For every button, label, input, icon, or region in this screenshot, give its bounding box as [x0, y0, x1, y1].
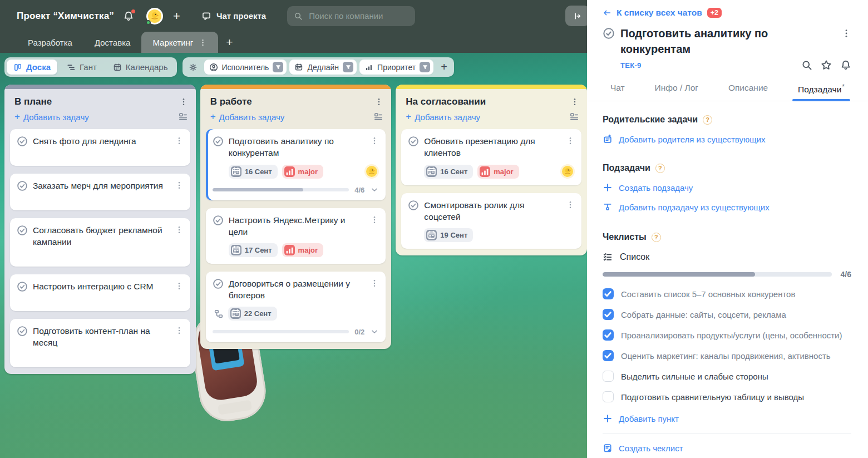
checklist-item[interactable]: Составить список 5–7 основных конкуренто… — [603, 288, 851, 299]
task-card[interactable]: Настроить Яндекс.Метрику и цели17 Сентma… — [206, 208, 386, 264]
checkbox[interactable] — [603, 391, 614, 402]
column-group-icon[interactable] — [569, 112, 579, 122]
card-menu-icon[interactable] — [175, 282, 184, 290]
chevron-down-icon[interactable] — [370, 185, 379, 194]
task-card[interactable]: Обновить презентацию для клиентов16 Сент… — [401, 129, 581, 185]
view-календарь-button[interactable]: Календарь — [106, 60, 175, 75]
column-menu-icon[interactable] — [570, 97, 579, 106]
task-menu-button[interactable] — [841, 28, 851, 38]
funnel-icon[interactable] — [273, 62, 283, 72]
task-card[interactable]: Снять фото для лендинга — [10, 129, 190, 166]
collapse-panel-button[interactable] — [565, 6, 590, 26]
deadline-chip[interactable]: 17 Сент — [229, 243, 278, 257]
create-subtask-link[interactable]: Создать подзадачу — [603, 183, 851, 193]
task-card[interactable]: Подготовить контент-план на месяц — [10, 319, 190, 367]
column-menu-icon[interactable] — [374, 97, 383, 106]
task-card[interactable]: Настроить интеграцию с CRM — [10, 274, 190, 311]
add-parent-link[interactable]: Добавить родителя из существующих — [603, 134, 851, 144]
task-card[interactable]: Подготовить аналитику по конкурентам16 С… — [206, 129, 386, 200]
view-гант-button[interactable]: Гант — [60, 60, 103, 75]
task-status-icon[interactable] — [603, 27, 615, 40]
checklist-item[interactable]: Оценить маркетинг: каналы продвижения, а… — [603, 350, 851, 361]
add-task-link[interactable]: +Добавить задачу — [14, 111, 89, 122]
checkbox[interactable] — [603, 309, 614, 320]
add-checklist-item-link[interactable]: Добавить пункт — [603, 413, 851, 423]
task-subscribe-bell-icon[interactable] — [840, 60, 851, 71]
task-status-icon[interactable] — [213, 215, 224, 226]
create-checklist-link[interactable]: Создать чеклист — [603, 443, 851, 453]
filter-chip-исполнитель[interactable]: Исполнитель — [204, 60, 287, 75]
card-menu-icon[interactable] — [175, 181, 184, 190]
add-filter-button[interactable]: + — [436, 61, 452, 73]
column-group-icon[interactable] — [373, 112, 383, 122]
deadline-chip[interactable]: 22 Сент — [228, 307, 277, 321]
assignee-avatar[interactable] — [364, 164, 379, 179]
filter-chip-приоритет[interactable]: Приоритет — [359, 60, 433, 75]
workspace-tab-разработка[interactable]: Разработка — [17, 32, 83, 53]
priority-chip[interactable]: major — [282, 165, 323, 179]
task-card[interactable]: Договориться о размещении у блогеров22 С… — [206, 272, 386, 342]
user-avatar[interactable] — [146, 8, 163, 24]
task-status-icon[interactable] — [17, 281, 28, 292]
back-to-chats-link[interactable]: К списку всех чатов — [603, 8, 702, 18]
add-member-button[interactable]: + — [171, 10, 183, 22]
card-menu-icon[interactable] — [370, 279, 379, 288]
workspace-tab-доставка[interactable]: Доставка — [83, 32, 141, 53]
column-group-icon[interactable] — [178, 112, 188, 122]
checklist-item[interactable]: Собрать данные: сайты, соцсети, реклама — [603, 309, 851, 320]
task-card[interactable]: Заказать мерч для мероприятия — [10, 174, 190, 210]
help-icon[interactable]: ? — [652, 233, 661, 242]
task-status-icon[interactable] — [408, 200, 419, 211]
task-status-icon[interactable] — [213, 278, 224, 289]
task-key[interactable]: ТЕК-9 — [620, 61, 642, 70]
deadline-chip[interactable]: 16 Сент — [229, 165, 278, 179]
company-search[interactable] — [287, 6, 415, 26]
deadline-chip[interactable]: 16 Сент — [424, 165, 473, 179]
funnel-icon[interactable] — [343, 62, 353, 72]
card-menu-icon[interactable] — [566, 136, 575, 145]
help-icon[interactable]: ? — [703, 115, 712, 125]
panel-tab-подзадачи[interactable]: Подзадачи* — [795, 80, 848, 101]
task-status-icon[interactable] — [408, 136, 419, 147]
column-menu-icon[interactable] — [179, 97, 188, 106]
card-menu-icon[interactable] — [370, 215, 379, 224]
filter-chip-дедлайн[interactable]: Дедлайн — [289, 60, 357, 75]
task-status-icon[interactable] — [17, 136, 28, 147]
card-menu-icon[interactable] — [566, 200, 575, 209]
checkbox[interactable] — [603, 350, 614, 361]
view-доска-button[interactable]: Доска — [7, 60, 57, 75]
checklist-item[interactable]: Выделить сильные и слабые стороны — [603, 371, 851, 382]
assignee-avatar[interactable] — [560, 164, 575, 179]
workspace-tab-маркетинг[interactable]: Маркетинг — [141, 32, 218, 53]
notifications-bell-icon[interactable] — [123, 11, 134, 22]
card-menu-icon[interactable] — [175, 225, 184, 234]
panel-tab-описание[interactable]: Описание — [725, 80, 771, 101]
panel-tab-чат[interactable]: Чат — [607, 80, 628, 101]
funnel-icon[interactable] — [420, 62, 430, 72]
checkbox[interactable] — [603, 329, 614, 341]
chevron-down-icon[interactable] — [370, 327, 379, 336]
card-menu-icon[interactable] — [370, 136, 379, 145]
checklist-item[interactable]: Проанализировать продукты/услуги (цены, … — [603, 329, 851, 341]
tab-menu-icon[interactable] — [199, 38, 207, 47]
priority-chip[interactable]: major — [477, 165, 519, 179]
task-search-icon[interactable] — [801, 60, 812, 71]
favorite-star-icon[interactable] — [821, 60, 832, 71]
add-board-button[interactable]: + — [218, 32, 240, 53]
checklist-item[interactable]: Подготовить сравнительную таблицу и выво… — [603, 391, 851, 402]
panel-tab-инфо-лог[interactable]: Инфо / Лог — [652, 80, 702, 101]
task-status-icon[interactable] — [17, 225, 28, 236]
search-input[interactable] — [308, 11, 402, 21]
task-status-icon[interactable] — [17, 326, 28, 337]
task-status-icon[interactable] — [17, 180, 28, 191]
card-menu-icon[interactable] — [175, 326, 184, 335]
add-task-link[interactable]: +Добавить задачу — [210, 111, 285, 122]
card-menu-icon[interactable] — [175, 136, 184, 145]
add-task-link[interactable]: +Добавить задачу — [406, 111, 480, 122]
task-card[interactable]: Смонтировать ролик для соцсетей19 Сент — [401, 193, 581, 249]
board-settings-gear-icon[interactable] — [185, 60, 201, 75]
add-subtask-link[interactable]: Добавить подзадачу из существующих — [603, 202, 851, 212]
deadline-chip[interactable]: 19 Сент — [424, 228, 473, 242]
checkbox[interactable] — [603, 288, 614, 299]
checklist-name[interactable]: Список — [620, 252, 649, 262]
